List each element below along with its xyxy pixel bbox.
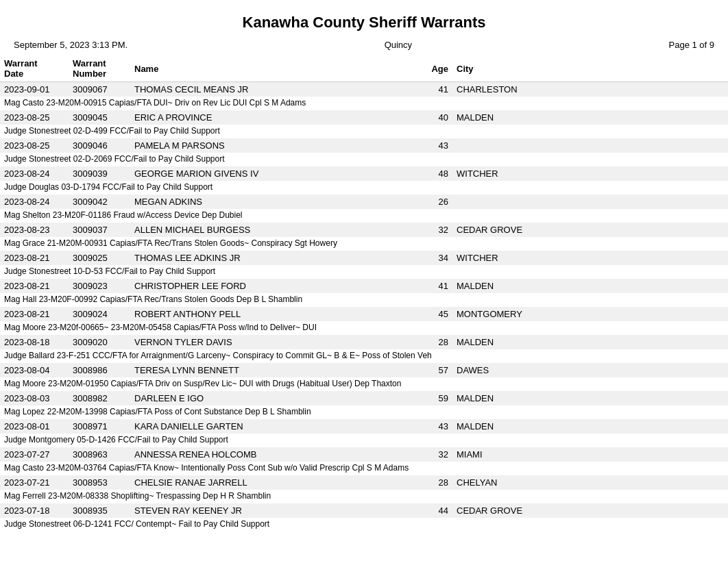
cell-city: WITCHER [452,251,728,265]
cell-date: 2023-08-18 [0,335,69,349]
table-note-row: Judge Ballard 23-F-251 CCC/FTA for Arrai… [0,349,728,363]
table-row: 2023-08-213009023CHRISTOPHER LEE FORD41M… [0,279,728,293]
cell-date: 2023-08-25 [0,138,69,153]
col-header-date: Warrant Date [0,55,69,82]
cell-number: 3009039 [69,166,130,181]
cell-number: 3009067 [69,82,130,97]
table-row: 2023-07-273008963ANNESSA RENEA HOLCOMB32… [0,447,728,462]
table-note-row: Judge Stonestreet 10-D-53 FCC/Fail to Pa… [0,265,728,279]
cell-number: 3008971 [69,419,130,434]
table-row: 2023-08-013008971KARA DANIELLE GARTEN43M… [0,419,728,434]
cell-date: 2023-07-18 [0,503,69,518]
table-row: 2023-08-233009037ALLEN MICHAEL BURGESS32… [0,223,728,237]
cell-date: 2023-08-01 [0,419,69,434]
cell-note: Judge Douglas 03-D-1794 FCC/Fail to Pay … [0,181,728,195]
cell-name: VERNON TYLER DAVIS [130,335,418,349]
cell-name: PAMELA M PARSONS [130,138,418,153]
cell-number: 3009042 [69,195,130,209]
cell-name: CHELSIE RANAE JARRELL [130,475,418,490]
cell-name: KARA DANIELLE GARTEN [130,419,418,434]
cell-name: THOMAS CECIL MEANS JR [130,82,418,97]
cell-city: CEDAR GROVE [452,503,728,518]
table-note-row: Mag Shelton 23-M20F-01186 Fraud w/Access… [0,209,728,223]
table-row: 2023-08-213009025THOMAS LEE ADKINS JR34W… [0,251,728,265]
table-note-row: Judge Stonestreet 02-D-2069 FCC/Fail to … [0,153,728,166]
cell-age: 32 [418,223,452,237]
cell-number: 3009023 [69,279,130,293]
table-row: 2023-09-013009067THOMAS CECIL MEANS JR41… [0,82,728,97]
col-header-name: Name [130,55,418,82]
cell-city: MALDEN [452,419,728,434]
cell-age: 57 [418,363,452,377]
cell-name: ANNESSA RENEA HOLCOMB [130,447,418,462]
col-header-city: City [452,55,728,82]
cell-age: 41 [418,82,452,97]
cell-date: 2023-08-03 [0,391,69,405]
cell-name: ROBERT ANTHONY PELL [130,307,418,321]
cell-date: 2023-08-23 [0,223,69,237]
cell-note: Judge Stonestreet 06-D-1241 FCC/ Contemp… [0,518,728,531]
location: Quincy [128,40,668,50]
table-note-row: Mag Ferrell 23-M20M-08338 Shoplifting~ T… [0,490,728,503]
cell-age: 59 [418,391,452,405]
cell-age: 32 [418,447,452,462]
cell-date: 2023-08-25 [0,110,69,125]
table-row: 2023-08-243009039GEORGE MARION GIVENS IV… [0,166,728,181]
cell-city: MALDEN [452,335,728,349]
cell-name: TERESA LYNN BENNETT [130,363,418,377]
table-row: 2023-08-213009024ROBERT ANTHONY PELL45MO… [0,307,728,321]
cell-name: STEVEN RAY KEENEY JR [130,503,418,518]
cell-name: THOMAS LEE ADKINS JR [130,251,418,265]
table-note-row: Mag Lopez 22-M20M-13998 Capias/FTA Poss … [0,405,728,419]
cell-number: 3008986 [69,363,130,377]
cell-date: 2023-08-21 [0,279,69,293]
cell-name: ALLEN MICHAEL BURGESS [130,223,418,237]
cell-note: Mag Ferrell 23-M20M-08338 Shoplifting~ T… [0,490,728,503]
cell-age: 28 [418,335,452,349]
cell-city [452,195,728,209]
cell-name: MEGAN ADKINS [130,195,418,209]
col-header-number: Warrant Number [69,55,130,82]
cell-note: Judge Stonestreet 02-D-499 FCC/Fail to P… [0,125,728,138]
table-row: 2023-08-243009042MEGAN ADKINS26 [0,195,728,209]
table-note-row: Judge Stonestreet 02-D-499 FCC/Fail to P… [0,125,728,138]
cell-city: CEDAR GROVE [452,223,728,237]
cell-age: 28 [418,475,452,490]
cell-number: 3008953 [69,475,130,490]
table-note-row: Mag Grace 21-M20M-00931 Capias/FTA Rec/T… [0,237,728,251]
table-note-row: Mag Moore 23-M20M-01950 Capias/FTA Driv … [0,377,728,391]
table-row: 2023-08-043008986TERESA LYNN BENNETT57DA… [0,363,728,377]
cell-date: 2023-08-04 [0,363,69,377]
table-note-row: Mag Casto 23-M20M-00915 Capias/FTA DUI~ … [0,97,728,110]
cell-note: Mag Lopez 22-M20M-13998 Capias/FTA Poss … [0,405,728,419]
cell-note: Mag Casto 23-M20M-03764 Capias/FTA Know~… [0,462,728,475]
cell-name: GEORGE MARION GIVENS IV [130,166,418,181]
cell-age: 43 [418,419,452,434]
cell-city: MIAMI [452,447,728,462]
cell-date: 2023-08-21 [0,307,69,321]
cell-note: Judge Stonestreet 10-D-53 FCC/Fail to Pa… [0,265,728,279]
cell-city: MALDEN [452,391,728,405]
cell-city: CHARLESTON [452,82,728,97]
cell-number: 3009046 [69,138,130,153]
table-row: 2023-08-033008982DARLEEN E IGO59MALDEN [0,391,728,405]
cell-note: Judge Montgomery 05-D-1426 FCC/Fail to P… [0,434,728,447]
col-header-age: Age [418,55,452,82]
cell-note: Judge Stonestreet 02-D-2069 FCC/Fail to … [0,153,728,166]
table-note-row: Mag Hall 23-M20F-00992 Capias/FTA Rec/Tr… [0,293,728,307]
cell-city: CHELYAN [452,475,728,490]
cell-date: 2023-07-27 [0,447,69,462]
cell-note: Judge Ballard 23-F-251 CCC/FTA for Arrai… [0,349,728,363]
cell-age: 44 [418,503,452,518]
table-row: 2023-08-253009046PAMELA M PARSONS43 [0,138,728,153]
table-row: 2023-08-183009020VERNON TYLER DAVIS28MAL… [0,335,728,349]
cell-date: 2023-08-24 [0,166,69,181]
table-row: 2023-07-213008953CHELSIE RANAE JARRELL28… [0,475,728,490]
cell-note: Mag Hall 23-M20F-00992 Capias/FTA Rec/Tr… [0,293,728,307]
cell-name: DARLEEN E IGO [130,391,418,405]
cell-number: 3009025 [69,251,130,265]
table-note-row: Judge Douglas 03-D-1794 FCC/Fail to Pay … [0,181,728,195]
print-date: September 5, 2023 3:13 PM. [14,40,128,50]
cell-note: Mag Shelton 23-M20F-01186 Fraud w/Access… [0,209,728,223]
cell-age: 40 [418,110,452,125]
